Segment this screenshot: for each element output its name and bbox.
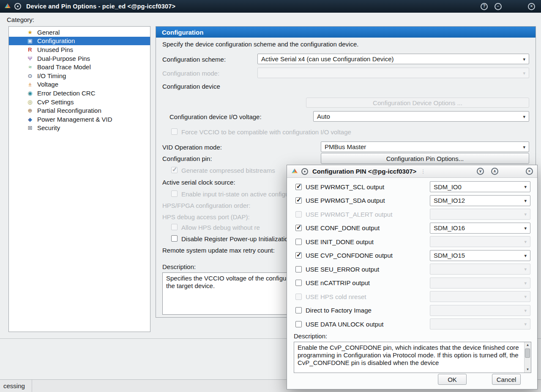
- ok-button[interactable]: OK: [438, 374, 467, 385]
- select-value: SDM_IO0: [434, 183, 462, 191]
- allow-hps-debug-label: Allow HPS debug without re: [181, 224, 260, 231]
- select-use-pwrmgt-scl-output[interactable]: SDM_IO0: [430, 181, 530, 192]
- configuration-device-section-label: Configuration device: [162, 83, 220, 90]
- checkbox-use-conf-done-output[interactable]: [295, 225, 302, 231]
- select-use-pwrmgt-alert-output: [430, 209, 530, 220]
- status-tab-processing[interactable]: cessing: [0, 380, 32, 392]
- unshade-button[interactable]: ∧: [491, 168, 498, 175]
- trace-icon: ≈: [26, 64, 34, 70]
- sidebar-item-label: Partial Reconfiguration: [37, 107, 101, 114]
- pin-row-label: USE HPS cold nreset: [306, 293, 366, 300]
- shade-button[interactable]: ∨: [477, 168, 484, 175]
- pin-dialog-buttons: ∨ ∧ ×: [477, 168, 533, 175]
- pin-row-use-pwrmgt-scl-output: USE PWRMGT_SCL outputSDM_IO0: [295, 181, 530, 192]
- vid-operation-mode-label: VID Operation mode:: [162, 144, 222, 151]
- checkbox-direct-to-factory-image[interactable]: [295, 307, 302, 313]
- configuration-mode-select: [257, 68, 529, 78]
- power-plug-icon: ◆: [26, 116, 34, 122]
- circle-dot-icon: [301, 168, 308, 175]
- select-use-seu-error-output: [430, 264, 530, 275]
- io-voltage-value: Auto: [317, 113, 330, 120]
- select-value: SDM_IO15: [434, 252, 465, 259]
- sidebar-item-dual-purpose-pins[interactable]: ΨDual-Purpose Pins: [9, 54, 150, 63]
- pin-description-text: Enable the CvP_CONFDONE pin, which indic…: [298, 344, 519, 366]
- pin-dialog-title: Configuration PIN <@pg-iccf0307>: [312, 168, 416, 175]
- sidebar-item-label: Voltage: [37, 81, 58, 88]
- sidebar-item-label: Error Detection CRC: [37, 90, 96, 97]
- checkbox-use-data-unlock-output[interactable]: [295, 321, 302, 327]
- sidebar-item-configuration[interactable]: ▣Configuration: [9, 37, 150, 46]
- configuration-mode-label: Configuration mode:: [162, 70, 219, 77]
- cvp-settings-icon: ◎: [26, 99, 34, 105]
- pin-row-use-pwrmgt-sda-output: USE PWRMGT_SDA outputSDM_IO12: [295, 195, 530, 206]
- sidebar-item-label: Board Trace Model: [37, 63, 91, 71]
- sidebar-item-label: Dual-Purpose Pins: [37, 55, 90, 62]
- select-use-pwrmgt-sda-output[interactable]: SDM_IO12: [430, 195, 530, 206]
- circle-dot-icon: [14, 3, 21, 10]
- quartus-logo-icon: [291, 168, 298, 175]
- pin-description-label: Description:: [294, 332, 327, 340]
- sidebar-item-cvp-settings[interactable]: ◎CvP Settings: [9, 98, 150, 106]
- sidebar-item-i-o-timing[interactable]: ⊙I/O Timing: [9, 71, 150, 80]
- cancel-button[interactable]: Cancel: [492, 374, 521, 385]
- sidebar-item-board-trace-model[interactable]: ≈Board Trace Model: [9, 63, 150, 71]
- close-button[interactable]: ×: [526, 168, 533, 175]
- pin-row-use-pwrmgt-alert-output: USE PWRMGT_ALERT output: [295, 209, 530, 220]
- select-use-conf-done-output[interactable]: SDM_IO16: [430, 223, 530, 234]
- checkbox-use-pwrmgt-scl-output[interactable]: [295, 184, 302, 190]
- pin-row-label: USE CVP_CONFDONE output: [306, 252, 393, 259]
- screen: Device and Pin Options - pcie_ed <@pg-ic…: [0, 0, 541, 392]
- sidebar-item-label: Security: [37, 124, 60, 131]
- sidebar-item-general[interactable]: ★General: [9, 28, 150, 37]
- window-buttons: ? − ×: [481, 3, 535, 10]
- configuration-scheme-label: Configuration scheme:: [162, 56, 226, 63]
- checkbox-use-ncattrip-output[interactable]: [295, 280, 302, 286]
- window-titlebar: Device and Pin Options - pcie_ed <@pg-ic…: [0, 0, 541, 13]
- sidebar-item-voltage[interactable]: ±Voltage: [9, 80, 150, 89]
- io-voltage-select[interactable]: Auto: [313, 111, 529, 122]
- checkbox-use-cvp-confdone-output[interactable]: [295, 252, 302, 259]
- configuration-pin-options-label: Configuration Pin Options...: [386, 155, 464, 162]
- select-use-cvp-confdone-output[interactable]: SDM_IO15: [430, 250, 530, 261]
- io-voltage-label: Configuration device I/O voltage:: [169, 113, 262, 120]
- minimize-button[interactable]: −: [495, 3, 502, 10]
- pin-row-use-ncattrip-output: USE nCATTRIP output: [295, 278, 530, 289]
- configuration-pin-options-button[interactable]: Configuration Pin Options...: [321, 153, 529, 164]
- checkbox-use-seu-error-output[interactable]: [295, 266, 302, 272]
- configuration-scheme-select[interactable]: Active Serial x4 (can use Configuration …: [257, 54, 529, 64]
- scroll-down-icon[interactable]: [525, 367, 531, 373]
- vid-operation-mode-select[interactable]: PMBus Master: [321, 142, 529, 152]
- disable-register-powerup-checkbox[interactable]: [171, 235, 178, 242]
- hps-configuration-order-label: HPS/FPGA configuration order:: [162, 202, 250, 209]
- configuration-pin-dialog: Configuration PIN <@pg-iccf0307> ∨ ∧ × U…: [287, 165, 538, 389]
- sidebar-item-error-detection-crc[interactable]: ◉Error Detection CRC: [9, 89, 150, 98]
- sidebar-item-unused-pins[interactable]: RUnused Pins: [9, 45, 150, 54]
- disable-register-powerup-label: Disable Register Power-up Initialization: [181, 235, 292, 242]
- help-button[interactable]: ?: [481, 3, 488, 10]
- scrollbar-thumb[interactable]: [525, 348, 530, 358]
- scrollbar[interactable]: [524, 342, 531, 373]
- pin-dialog-titlebar: Configuration PIN <@pg-iccf0307> ∨ ∧ ×: [287, 165, 537, 178]
- pin-row-label: USE PWRMGT_SCL output: [306, 183, 384, 191]
- close-button[interactable]: ×: [528, 3, 535, 10]
- description-label: Description:: [162, 263, 196, 270]
- remote-update-label: Remote system update max retry count:: [162, 247, 275, 254]
- gears-icon: ⊕: [26, 107, 34, 114]
- window-title: Device and Pin Options - pcie_ed <@pg-ic…: [26, 3, 175, 10]
- force-vccio-checkbox: [171, 128, 178, 135]
- pin-row-label: USE CONF_DONE output: [306, 224, 380, 231]
- tristate-checkbox: [171, 191, 178, 197]
- sidebar-item-partial-reconfiguration[interactable]: ⊕Partial Reconfiguration: [9, 106, 150, 115]
- sidebar-item-power-management-vid[interactable]: ◆Power Management & VID: [9, 115, 150, 124]
- generate-compressed-label: Generate compressed bitstreams: [181, 167, 275, 174]
- checkbox-use-pwrmgt-sda-output[interactable]: [295, 197, 302, 204]
- scroll-up-icon[interactable]: [525, 342, 531, 348]
- checkbox-use-init-done-output[interactable]: [295, 239, 302, 245]
- category-list: ★General▣ConfigurationRUnused PinsΨDual-…: [8, 26, 150, 332]
- sidebar-item-security[interactable]: ⊠Security: [9, 124, 150, 133]
- select-use-hps-cold-nreset: [430, 291, 530, 302]
- select-value: SDM_IO16: [434, 224, 465, 231]
- pin-row-label: USE INIT_DONE output: [306, 238, 374, 245]
- globe-icon: ◉: [26, 90, 34, 96]
- pin-row-label: USE PWRMGT_ALERT output: [306, 211, 392, 218]
